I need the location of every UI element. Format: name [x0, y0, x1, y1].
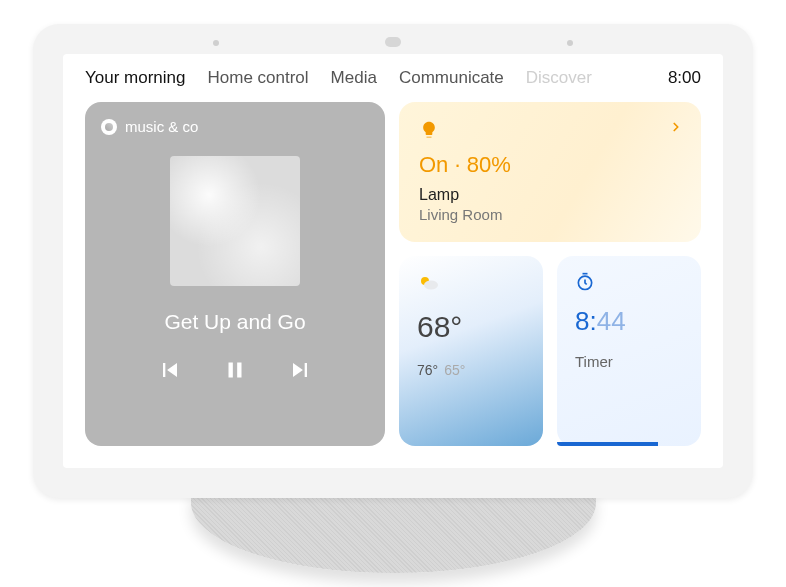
tab-media[interactable]: Media: [331, 68, 377, 88]
tab-your-morning[interactable]: Your morning: [85, 68, 186, 88]
track-title: Get Up and Go: [164, 310, 305, 334]
screen: Your morning Home control Media Communic…: [63, 54, 723, 468]
device-speaker-base: [191, 488, 596, 573]
clock: 8:00: [668, 68, 701, 88]
light-room: Living Room: [419, 206, 681, 223]
music-source-icon: [101, 119, 117, 135]
top-nav: Your morning Home control Media Communic…: [63, 54, 723, 96]
light-name: Lamp: [419, 186, 681, 204]
tab-communicate[interactable]: Communicate: [399, 68, 504, 88]
device-bezel: Your morning Home control Media Communic…: [33, 24, 753, 498]
timer-progress-bar: [557, 442, 658, 446]
weather-card[interactable]: 68° 76°65°: [399, 256, 543, 446]
timer-time-seconds: 44: [597, 306, 626, 336]
next-track-icon[interactable]: [286, 356, 314, 388]
music-source-label: music & co: [125, 118, 198, 135]
partly-cloudy-icon: [417, 272, 441, 296]
weather-temp: 68°: [417, 310, 525, 344]
dashboard-content: music & co Get Up and Go: [63, 96, 723, 468]
sensor-dot: [567, 40, 573, 46]
light-card[interactable]: On · 80% Lamp Living Room: [399, 102, 701, 242]
camera-sensor: [385, 37, 401, 47]
timer-icon: [575, 272, 595, 292]
svg-point-1: [424, 281, 438, 290]
album-art: [170, 156, 300, 286]
light-status: On · 80%: [419, 152, 681, 178]
smart-display-device: Your morning Home control Media Communic…: [33, 24, 753, 573]
pause-icon[interactable]: [222, 357, 248, 387]
timer-time-main: 8:: [575, 306, 597, 336]
tab-home-control[interactable]: Home control: [208, 68, 309, 88]
weather-high-low: 76°65°: [417, 362, 525, 378]
previous-track-icon[interactable]: [156, 356, 184, 388]
timer-label: Timer: [575, 353, 683, 370]
timer-card[interactable]: 8:44 Timer: [557, 256, 701, 446]
lightbulb-icon: [419, 120, 439, 140]
player-controls: [156, 356, 314, 388]
chevron-right-icon[interactable]: [669, 120, 683, 138]
music-source: music & co: [101, 118, 198, 135]
weather-high: 76°: [417, 362, 438, 378]
timer-time: 8:44: [575, 306, 683, 337]
tab-discover[interactable]: Discover: [526, 68, 592, 88]
sensor-dot: [213, 40, 219, 46]
weather-low: 65°: [444, 362, 465, 378]
music-card[interactable]: music & co Get Up and Go: [85, 102, 385, 446]
